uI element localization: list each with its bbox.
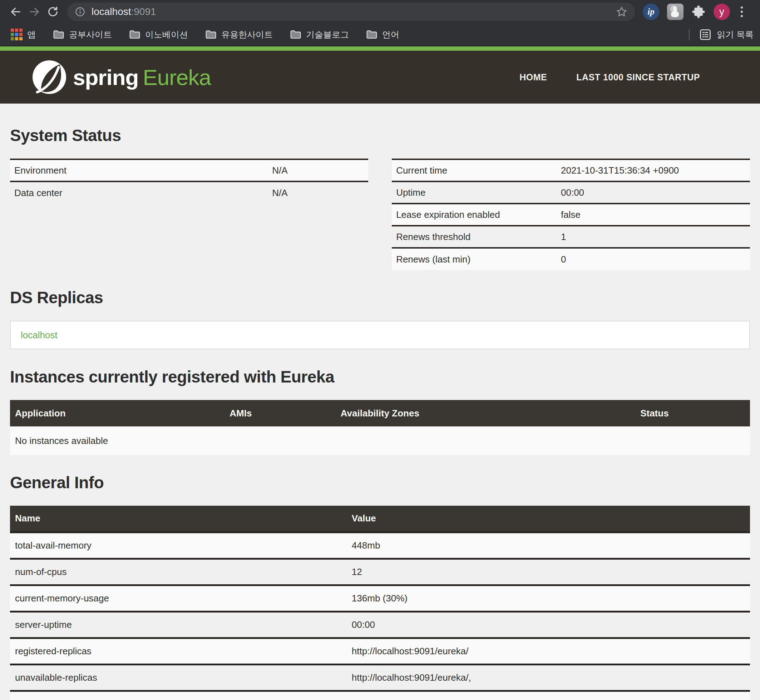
- url-text[interactable]: localhost:9091: [91, 6, 616, 17]
- table-row: total-avail-memory 448mb: [10, 532, 750, 559]
- system-status-tables: Environment N/A Data center N/A Current …: [10, 159, 750, 270]
- general-info-title: General Info: [10, 473, 750, 492]
- back-arrow-icon: [9, 6, 22, 18]
- address-bar[interactable]: localhost:9091: [67, 3, 635, 21]
- bookmark-apps-label: 앱: [27, 29, 36, 41]
- table-row: Data center N/A: [10, 181, 368, 203]
- status-label: Environment: [10, 159, 268, 181]
- forward-button[interactable]: [25, 3, 44, 21]
- brand-eureka: Eureka: [143, 65, 210, 90]
- status-label: Uptime: [392, 181, 556, 203]
- extensions-area: ip y: [643, 3, 746, 20]
- table-row: Current time 2021-10-31T15:36:34 +0900: [392, 159, 750, 181]
- nav-link-home[interactable]: HOME: [519, 72, 547, 83]
- info-value: 448mb: [347, 532, 750, 559]
- spring-leaf-icon: [31, 59, 67, 95]
- instances-table: Application AMIs Availability Zones Stat…: [10, 400, 750, 455]
- info-value: http://localhost:9091/eureka/,: [347, 664, 750, 691]
- table-header-row: Name Value: [10, 506, 750, 532]
- brand-wordmark: springEureka: [73, 65, 211, 90]
- spring-eureka-logo[interactable]: springEureka: [31, 59, 211, 95]
- page-content: System Status Environment N/A Data cente…: [0, 126, 760, 700]
- bookmark-folder-label: 기술블로그: [306, 29, 349, 41]
- table-row: unavailable-replicas http://localhost:90…: [10, 664, 750, 691]
- reading-list-button[interactable]: 읽기 목록: [689, 28, 754, 41]
- browser-toolbar: localhost:9091 ip y: [0, 0, 760, 23]
- status-label: Renews threshold: [392, 226, 556, 248]
- bookmark-folder-label: 유용한사이트: [221, 29, 273, 41]
- table-row: Environment N/A: [10, 159, 368, 181]
- folder-icon: [205, 30, 217, 40]
- table-row: current-memory-usage 136mb (30%): [10, 585, 750, 611]
- info-value: 00:00: [347, 611, 750, 638]
- folder-icon: [129, 30, 141, 40]
- green-accent-stripe: [0, 47, 760, 51]
- table-row: available-replicas: [10, 691, 750, 700]
- no-instances-message: No instances available: [10, 427, 750, 455]
- status-value: false: [556, 203, 750, 226]
- reading-list-icon: [699, 28, 712, 41]
- col-application: Application: [10, 400, 224, 427]
- puzzle-extensions-icon[interactable]: [691, 5, 706, 19]
- table-row: No instances available: [10, 427, 750, 455]
- replica-link-localhost[interactable]: localhost: [21, 330, 58, 341]
- url-port: :9091: [131, 6, 156, 17]
- status-label: Lease expiration enabled: [392, 203, 556, 226]
- info-name: num-of-cpus: [10, 559, 347, 585]
- bookmark-folder-study[interactable]: 공부사이트: [53, 29, 112, 41]
- info-name: available-replicas: [10, 691, 347, 700]
- info-value: 136mb (30%): [347, 585, 750, 611]
- bookmark-folder-label: 이노베이션: [145, 29, 188, 41]
- info-value: [347, 691, 750, 700]
- status-label: Renews (last min): [392, 248, 556, 270]
- profile-avatar[interactable]: y: [713, 3, 730, 20]
- reload-icon: [47, 6, 59, 18]
- reading-list-label: 읽기 목록: [717, 29, 754, 41]
- bookmark-folder-innovation[interactable]: 이노베이션: [129, 29, 188, 41]
- col-name: Name: [10, 506, 347, 532]
- apps-grid-icon: [11, 28, 22, 41]
- brand-spring: spring: [73, 65, 138, 90]
- status-value: 2021-10-31T15:36:34 +0900: [556, 159, 750, 181]
- col-value: Value: [347, 506, 750, 532]
- bookmark-folder-language[interactable]: 언어: [366, 29, 399, 41]
- bookmarks-divider: [689, 29, 689, 41]
- site-info-icon[interactable]: [74, 6, 86, 17]
- table-row: Renews threshold 1: [392, 226, 750, 248]
- status-label: Current time: [392, 159, 556, 181]
- system-status-left-table: Environment N/A Data center N/A: [10, 159, 368, 203]
- pointer-extension-icon[interactable]: [667, 3, 683, 20]
- bookmark-folder-label: 공부사이트: [69, 29, 112, 41]
- nav-link-last-1000[interactable]: LAST 1000 SINCE STARTUP: [576, 72, 700, 83]
- forward-arrow-icon: [28, 6, 41, 18]
- navbar-links: HOME LAST 1000 SINCE STARTUP: [519, 72, 700, 83]
- info-name: current-memory-usage: [10, 585, 347, 611]
- table-row: num-of-cpus 12: [10, 559, 750, 585]
- info-value: 12: [347, 559, 750, 585]
- folder-icon: [366, 30, 378, 40]
- col-availability-zones: Availability Zones: [336, 400, 635, 427]
- col-status: Status: [635, 400, 750, 427]
- status-value: N/A: [268, 159, 368, 181]
- bookmark-folder-techblog[interactable]: 기술블로그: [290, 29, 349, 41]
- table-row: Uptime 00:00: [392, 181, 750, 203]
- back-button[interactable]: [6, 3, 25, 21]
- browser-chrome: localhost:9091 ip y: [0, 0, 760, 47]
- eureka-navbar: springEureka HOME LAST 1000 SINCE STARTU…: [0, 51, 760, 103]
- ds-replicas-box: localhost: [10, 321, 750, 349]
- folder-icon: [290, 30, 301, 40]
- ip-extension-icon[interactable]: ip: [643, 3, 659, 20]
- col-amis: AMIs: [224, 400, 336, 427]
- bookmark-folder-useful[interactable]: 유용한사이트: [205, 29, 273, 41]
- instances-title: Instances currently registered with Eure…: [10, 367, 750, 386]
- bookmarks-bar: 앱 공부사이트 이노베이션 유용한사이트 기술블로그 언어: [0, 23, 760, 47]
- bookmark-apps[interactable]: 앱: [11, 28, 36, 41]
- pointer-fist: [671, 11, 679, 17]
- info-name: registered-replicas: [10, 638, 347, 664]
- table-row: server-uptime 00:00: [10, 611, 750, 638]
- reload-button[interactable]: [44, 3, 62, 21]
- table-row: registered-replicas http://localhost:909…: [10, 638, 750, 664]
- browser-menu-icon[interactable]: [738, 6, 746, 17]
- bookmark-star-icon[interactable]: [616, 6, 628, 18]
- info-value: http://localhost:9091/eureka/: [347, 638, 750, 664]
